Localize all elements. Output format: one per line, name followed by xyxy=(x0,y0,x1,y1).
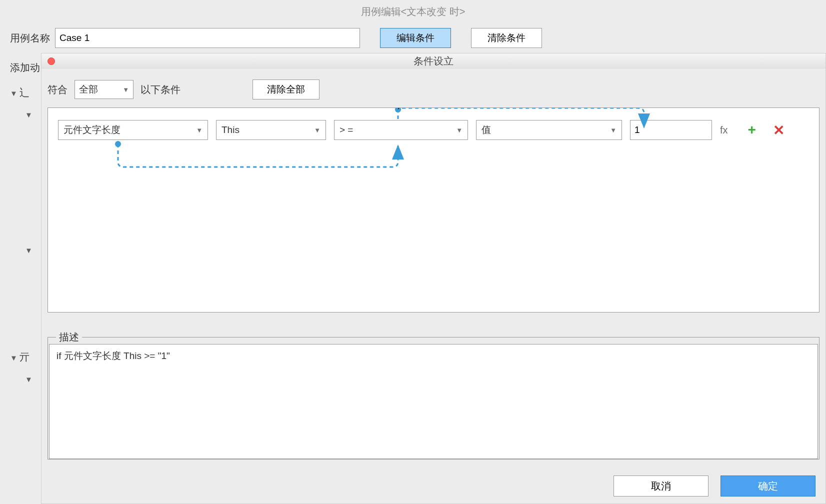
edit-condition-button[interactable]: 编辑条件 xyxy=(380,28,451,48)
chevron-down-icon: ▼ xyxy=(10,354,18,362)
case-name-label: 用例名称 xyxy=(10,32,50,45)
modal-title: 条件设立 xyxy=(42,54,826,68)
condition-value-input[interactable] xyxy=(630,120,712,140)
condition-target-value: This xyxy=(222,124,240,136)
chevron-down-icon: ▼ xyxy=(196,126,202,134)
parent-window-title: 用例编辑<文本改变 时> xyxy=(0,5,826,18)
tree-row[interactable]: ▼辶 xyxy=(10,86,45,100)
svg-point-0 xyxy=(395,108,401,112)
condition-setup-dialog: 条件设立 符合 全部 ▼ 以下条件 清除全部 元件文字长度 ▼ This ▼ xyxy=(41,53,826,504)
chevron-down-icon: ▼ xyxy=(25,375,32,384)
chevron-down-icon: ▼ xyxy=(456,126,462,134)
add-action-label: 添加动 xyxy=(10,61,40,74)
clear-condition-button[interactable]: 清除条件 xyxy=(471,28,542,48)
match-suffix-label: 以下条件 xyxy=(140,83,180,96)
match-prefix-label: 符合 xyxy=(48,83,68,96)
case-name-input[interactable] xyxy=(55,28,360,48)
cancel-button[interactable]: 取消 xyxy=(614,476,708,496)
condition-row: 元件文字长度 ▼ This ▼ > = ▼ 值 ▼ fx + ✕ xyxy=(58,120,809,140)
match-scope-select[interactable]: 全部 ▼ xyxy=(74,80,134,99)
match-scope-value: 全部 xyxy=(79,83,98,96)
chevron-down-icon: ▼ xyxy=(25,110,32,119)
condition-operator-value: > = xyxy=(340,124,353,136)
description-text: if 元件文字长度 This >= "1" xyxy=(49,344,818,459)
description-group: 描述 if 元件文字长度 This >= "1" xyxy=(48,330,820,460)
conditions-container: 元件文字长度 ▼ This ▼ > = ▼ 值 ▼ fx + ✕ xyxy=(48,108,820,312)
chevron-down-icon: ▼ xyxy=(10,89,18,98)
modal-titlebar: 条件设立 xyxy=(42,54,826,68)
fx-button[interactable]: fx xyxy=(720,124,728,136)
condition-valuetype-select[interactable]: 值 ▼ xyxy=(476,120,622,140)
remove-condition-icon[interactable]: ✕ xyxy=(773,122,784,138)
condition-operator-select[interactable]: > = ▼ xyxy=(334,120,468,140)
clear-all-button[interactable]: 清除全部 xyxy=(252,80,320,100)
svg-point-1 xyxy=(115,141,121,147)
chevron-down-icon: ▼ xyxy=(314,126,320,134)
add-condition-icon[interactable]: + xyxy=(748,122,756,138)
condition-field-select[interactable]: 元件文字长度 ▼ xyxy=(58,120,208,140)
condition-field-value: 元件文字长度 xyxy=(64,124,120,136)
left-action-tree: ▼辶 ▼ ▼ ▼亓 ▼ xyxy=(10,86,45,384)
tree-row[interactable]: ▼亓 xyxy=(10,350,45,364)
ok-button[interactable]: 确定 xyxy=(720,476,816,496)
description-legend: 描述 xyxy=(56,330,82,344)
condition-valuetype-value: 值 xyxy=(482,124,491,136)
chevron-down-icon: ▼ xyxy=(25,246,32,254)
chevron-down-icon: ▼ xyxy=(122,86,129,94)
condition-target-select[interactable]: This ▼ xyxy=(216,120,326,140)
chevron-down-icon: ▼ xyxy=(610,126,616,134)
